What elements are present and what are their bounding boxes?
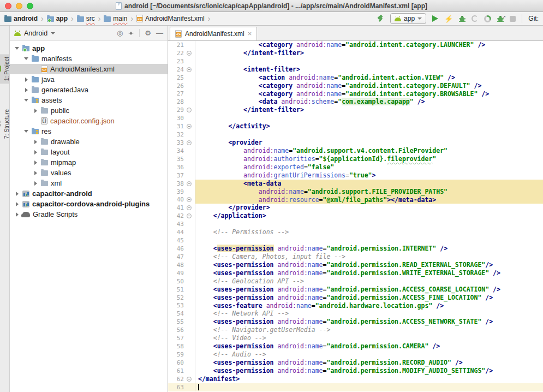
code-line[interactable]: 54 <!-- Network API --> — [168, 310, 543, 318]
code-line[interactable]: 60 <uses-permission android:name="androi… — [168, 359, 543, 367]
tree-item-capacitor-config-json[interactable]: {}capacitor.config.json — [10, 116, 168, 126]
code-line[interactable]: 24− <intent-filter> — [168, 66, 543, 74]
code-line[interactable]: 63 — [168, 383, 543, 391]
zoom-window-button[interactable] — [27, 3, 33, 9]
code-editor[interactable]: 21 <category android:name="android.inten… — [168, 41, 543, 392]
code-line[interactable]: 47 <!-- Camera, Photos, input file --> — [168, 253, 543, 261]
tree-item-mipmap[interactable]: mipmap — [10, 157, 168, 168]
tree-item-assets[interactable]: assets — [10, 95, 168, 105]
collapse-all-icon[interactable] — [128, 30, 134, 37]
fold-marker-icon[interactable]: − — [184, 124, 194, 129]
code-line[interactable]: 57 <!-- Video --> — [168, 334, 543, 342]
tree-expand-icon[interactable] — [22, 57, 30, 60]
tree-item-app[interactable]: app — [10, 43, 168, 54]
code-line[interactable]: 53 <uses-feature android:name="android.h… — [168, 302, 543, 310]
fold-marker-icon[interactable]: − — [184, 205, 194, 210]
tree-item-drawable[interactable]: drawable — [10, 136, 168, 147]
tree-item-xml[interactable]: xml — [10, 178, 168, 188]
code-line[interactable]: 28 <data android:scheme="com.example.cap… — [168, 98, 543, 106]
fold-marker-icon[interactable]: − — [184, 181, 194, 186]
tree-expand-icon[interactable] — [13, 192, 21, 196]
tree-expand-icon[interactable] — [22, 88, 30, 92]
tree-expand-icon[interactable] — [32, 140, 39, 144]
tree-item-capacitor-android[interactable]: capacitor-android — [10, 188, 168, 199]
code-line[interactable]: 41− </provider> — [168, 204, 543, 212]
tree-expand-icon[interactable] — [13, 202, 21, 206]
code-line[interactable]: 49 <uses-permission android:name="androi… — [168, 269, 543, 277]
tree-item-layout[interactable]: layout — [10, 147, 168, 157]
code-line[interactable]: 48 <uses-permission android:name="androi… — [168, 261, 543, 269]
code-line[interactable]: 51 <uses-permission android:name="androi… — [168, 286, 543, 294]
code-line[interactable]: 35 android:authorities="${applicationId}… — [168, 155, 543, 163]
code-line[interactable]: 40− android:resource="@xml/file_paths"><… — [168, 196, 543, 204]
breadcrumb-item[interactable]: app — [47, 15, 68, 22]
code-line[interactable]: 42− </application> — [168, 212, 543, 220]
code-line[interactable]: 32 — [168, 130, 543, 139]
code-line[interactable]: 59 <!-- Audio --> — [168, 351, 543, 359]
locate-file-icon[interactable]: ◎ — [117, 29, 123, 37]
run-configuration-select[interactable]: app — [390, 13, 426, 24]
code-line[interactable]: 26 <category android:name="android.inten… — [168, 82, 543, 90]
fold-marker-icon[interactable]: − — [184, 197, 194, 202]
code-line[interactable]: 36 android:exported="false" — [168, 163, 543, 171]
close-icon[interactable]: × — [248, 31, 252, 37]
build-hammer-icon[interactable] — [377, 15, 384, 22]
code-line[interactable]: 21 <category android:name="android.inten… — [168, 41, 543, 49]
tree-expand-icon[interactable] — [22, 99, 30, 102]
code-line[interactable]: 37 android:grantUriPermissions="true"> — [168, 171, 543, 180]
tree-expand-icon[interactable] — [13, 212, 21, 217]
tree-item-res[interactable]: res — [10, 126, 168, 136]
fold-marker-icon[interactable]: − — [184, 213, 194, 218]
code-line[interactable]: 43 — [168, 220, 543, 228]
code-line[interactable]: 39 android:name="android.support.FILE_PR… — [168, 188, 543, 196]
code-line[interactable]: 52 <uses-permission android:name="androi… — [168, 294, 543, 302]
code-line[interactable]: 38− <meta-data — [168, 180, 543, 188]
code-line[interactable]: 30 — [168, 114, 543, 122]
tree-expand-icon[interactable] — [32, 161, 39, 165]
tool-window-button-7-structure[interactable]: 7: Structure — [0, 106, 10, 141]
code-line[interactable]: 62−</manifest> — [168, 375, 543, 383]
tree-item-gradle-scripts[interactable]: Gradle Scripts — [10, 209, 168, 219]
profiler-icon[interactable] — [484, 15, 491, 22]
tree-item-values[interactable]: values — [10, 168, 168, 178]
close-window-button[interactable] — [5, 3, 11, 9]
debug-button[interactable] — [459, 15, 466, 22]
tree-item-capacitor-cordova-android-plugins[interactable]: capacitor-cordova-android-plugins — [10, 199, 168, 209]
breadcrumb-item[interactable]: AndroidManifest.xml — [136, 15, 205, 22]
code-line[interactable]: 44 <!-- Permissions --> — [168, 228, 543, 236]
tool-window-button-1-project[interactable]: 1: Project — [0, 54, 10, 84]
code-line[interactable]: 29− </intent-filter> — [168, 106, 543, 114]
code-line[interactable]: 55 <uses-permission android:name="androi… — [168, 318, 543, 326]
tree-item-public[interactable]: public — [10, 105, 168, 116]
code-line[interactable]: 23 — [168, 57, 543, 66]
code-line[interactable]: 33− <provider — [168, 139, 543, 147]
code-line[interactable]: 58 <uses-permission android:name="androi… — [168, 342, 543, 351]
tree-item-java[interactable]: java — [10, 74, 168, 85]
tree-expand-icon[interactable] — [32, 181, 39, 186]
breadcrumb-item[interactable]: android — [4, 15, 38, 22]
tree-expand-icon[interactable] — [32, 150, 39, 155]
hide-panel-icon[interactable]: — — [156, 29, 163, 37]
code-line[interactable]: 34 android:name="android.support.v4.cont… — [168, 147, 543, 155]
tree-expand-icon[interactable] — [22, 78, 30, 82]
tree-expand-icon[interactable] — [32, 171, 39, 175]
fold-marker-icon[interactable]: − — [184, 140, 194, 145]
project-view-selector[interactable]: Android — [24, 29, 47, 37]
code-line[interactable]: 46 <uses-permission android:name="androi… — [168, 245, 543, 253]
tree-item-generatedjava[interactable]: generatedJava — [10, 85, 168, 95]
code-line[interactable]: 50 <!-- Geolocation API --> — [168, 277, 543, 286]
code-line[interactable]: 56 <!-- Navigator.getUserMedia --> — [168, 326, 543, 334]
code-line[interactable]: 61 <uses-permission android:name="androi… — [168, 367, 543, 375]
breadcrumb-item[interactable]: main — [104, 15, 127, 22]
coverage-icon[interactable] — [472, 15, 478, 22]
editor-tab[interactable]: AndroidManifest.xml × — [170, 27, 257, 40]
tree-expand-icon[interactable] — [32, 109, 39, 113]
fold-marker-icon[interactable]: − — [184, 51, 194, 56]
code-line[interactable]: 45 — [168, 236, 543, 245]
tree-expand-icon[interactable] — [13, 47, 21, 50]
tree-item-androidmanifest-xml[interactable]: AndroidManifest.xml — [10, 64, 168, 74]
git-branch-label[interactable]: Git: — [528, 15, 539, 22]
code-line[interactable]: 31− </activity> — [168, 122, 543, 130]
fold-marker-icon[interactable]: − — [184, 377, 194, 382]
tree-expand-icon[interactable] — [22, 130, 30, 133]
